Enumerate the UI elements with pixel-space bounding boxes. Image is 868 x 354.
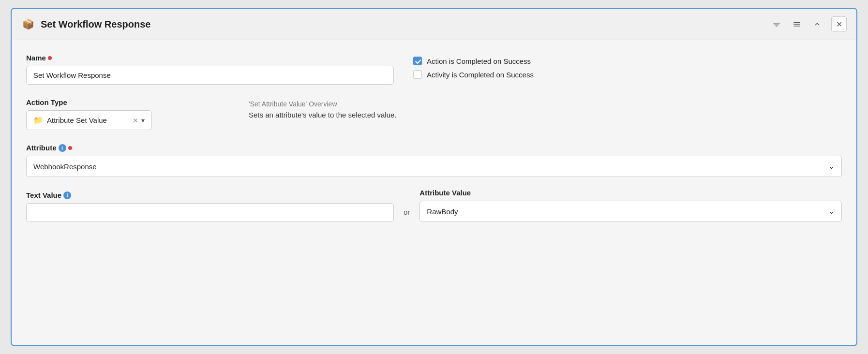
header-actions: ✕ <box>770 16 847 32</box>
name-section: Name <box>26 54 394 85</box>
overview-title: 'Set Attribute Value' Overview <box>249 100 842 108</box>
name-required-dot <box>48 56 52 60</box>
action-completed-label: Action is Completed on Success <box>427 57 531 65</box>
attribute-required-dot <box>68 146 72 150</box>
attribute-info-icon[interactable]: i <box>59 144 66 152</box>
text-value-info-icon[interactable]: i <box>63 192 71 199</box>
attribute-value-chevron-icon: ⌄ <box>828 207 835 216</box>
attribute-value-selected: RawBody <box>427 207 458 216</box>
filter-button[interactable] <box>770 18 783 30</box>
text-value-section: Text Value i <box>26 191 394 222</box>
action-type-value: Attribute Set Value <box>47 116 107 124</box>
attribute-value: WebhookResponse <box>33 162 97 171</box>
overview-section: 'Set Attribute Value' Overview Sets an a… <box>249 98 842 119</box>
card-body: Name Action is Completed on Success Acti… <box>12 40 856 236</box>
row-text-attribute: Text Value i or Attribute Value RawBody … <box>26 189 842 222</box>
clear-action-type-button[interactable]: ✕ <box>133 117 138 124</box>
workflow-icon: 📦 <box>21 17 35 31</box>
attribute-section: Attribute i WebhookResponse ⌄ <box>26 144 842 177</box>
attribute-chevron-icon: ⌄ <box>828 162 835 171</box>
action-type-select[interactable]: 📁 Attribute Set Value ✕ ▾ <box>26 110 152 130</box>
row-name-checkboxes: Name Action is Completed on Success Acti… <box>26 54 842 85</box>
name-label: Name <box>26 54 394 62</box>
attribute-select[interactable]: WebhookResponse ⌄ <box>26 156 842 177</box>
action-completed-checkbox[interactable] <box>413 57 422 65</box>
activity-completed-label: Activity is Completed on Success <box>427 71 534 79</box>
action-type-left: 📁 Attribute Set Value <box>33 116 107 125</box>
action-type-label: Action Type <box>26 98 229 106</box>
text-value-label: Text Value i <box>26 191 394 199</box>
collapse-button[interactable] <box>811 18 823 30</box>
checkboxes-section: Action is Completed on Success Activity … <box>413 54 842 84</box>
close-button[interactable]: ✕ <box>831 16 847 32</box>
menu-button[interactable] <box>791 18 803 30</box>
attribute-value-label: Attribute Value <box>419 189 842 197</box>
name-input[interactable] <box>26 66 394 85</box>
text-value-input[interactable] <box>26 203 394 222</box>
attribute-label: Attribute i <box>26 144 842 152</box>
attribute-value-section: Attribute Value RawBody ⌄ <box>419 189 842 222</box>
activity-completed-checkbox[interactable] <box>413 70 422 79</box>
row-action-overview: Action Type 📁 Attribute Set Value ✕ ▾ 'S… <box>26 98 842 130</box>
overview-text: Sets an attribute's value to the selecte… <box>249 111 842 119</box>
action-type-section: Action Type 📁 Attribute Set Value ✕ ▾ <box>26 98 229 130</box>
action-type-actions: ✕ ▾ <box>133 117 145 124</box>
close-icon: ✕ <box>836 20 842 29</box>
activity-completed-row: Activity is Completed on Success <box>413 70 842 79</box>
card-header: 📦 Set Workflow Response ✕ <box>12 9 856 40</box>
or-label: or <box>404 208 410 222</box>
page-title: Set Workflow Response <box>41 19 150 30</box>
action-type-chevron-icon: ▾ <box>141 117 145 124</box>
main-card: 📦 Set Workflow Response ✕ Name <box>11 8 857 346</box>
action-completed-row: Action is Completed on Success <box>413 57 842 65</box>
folder-icon: 📁 <box>33 116 43 125</box>
header-left: 📦 Set Workflow Response <box>21 17 150 31</box>
attribute-value-select[interactable]: RawBody ⌄ <box>419 201 842 222</box>
